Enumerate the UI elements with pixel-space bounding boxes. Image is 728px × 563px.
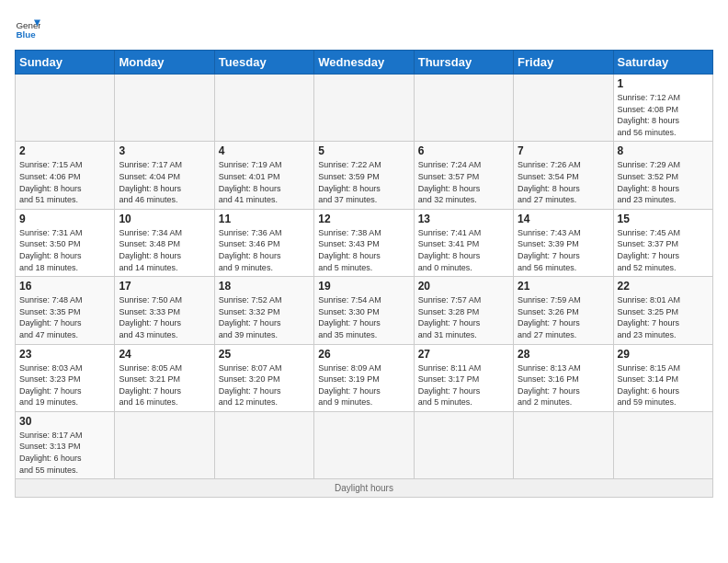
- day-info: Sunrise: 7:36 AMSunset: 3:46 PMDaylight:…: [219, 227, 310, 273]
- col-header-saturday: Saturday: [613, 51, 712, 75]
- day-number: 15: [618, 213, 709, 225]
- day-info: Sunrise: 7:54 AMSunset: 3:30 PMDaylight:…: [318, 294, 409, 340]
- calendar-cell: [16, 75, 115, 142]
- day-info: Sunrise: 7:29 AMSunset: 3:52 PMDaylight:…: [618, 159, 709, 205]
- day-number: 10: [119, 213, 210, 225]
- day-number: 7: [518, 144, 609, 157]
- calendar-cell: 13Sunrise: 7:41 AMSunset: 3:41 PMDayligh…: [414, 209, 513, 276]
- day-info: Sunrise: 8:17 AMSunset: 3:13 PMDaylight:…: [19, 430, 110, 476]
- calendar-cell: [214, 411, 313, 478]
- day-number: 8: [618, 144, 709, 157]
- day-info: Sunrise: 8:05 AMSunset: 3:21 PMDaylight:…: [119, 362, 210, 408]
- day-number: 16: [19, 280, 110, 293]
- day-number: 4: [219, 144, 310, 157]
- day-number: 2: [19, 144, 110, 157]
- day-number: 5: [318, 144, 409, 157]
- day-number: 22: [618, 280, 709, 293]
- calendar-week-row: 1Sunrise: 7:12 AMSunset: 4:08 PMDaylight…: [16, 75, 713, 142]
- calendar-cell: 17Sunrise: 7:50 AMSunset: 3:33 PMDayligh…: [115, 277, 214, 344]
- day-number: 19: [318, 280, 409, 293]
- day-number: 26: [318, 348, 409, 361]
- calendar-cell: 5Sunrise: 7:22 AMSunset: 3:59 PMDaylight…: [314, 142, 414, 209]
- day-number: 28: [518, 348, 609, 361]
- day-number: 13: [418, 213, 509, 225]
- calendar-cell: [414, 75, 513, 142]
- day-info: Sunrise: 7:12 AMSunset: 4:08 PMDaylight:…: [618, 92, 709, 138]
- calendar-cell: [613, 411, 712, 478]
- day-number: 1: [618, 77, 709, 90]
- calendar-cell: [314, 75, 414, 142]
- calendar-cell: [214, 75, 313, 142]
- day-number: 11: [219, 213, 310, 225]
- calendar-cell: 9Sunrise: 7:31 AMSunset: 3:50 PMDaylight…: [16, 209, 115, 276]
- day-number: 9: [19, 213, 110, 225]
- calendar-cell: 25Sunrise: 8:07 AMSunset: 3:20 PMDayligh…: [214, 344, 313, 411]
- calendar-week-row: 16Sunrise: 7:48 AMSunset: 3:35 PMDayligh…: [16, 277, 713, 344]
- day-info: Sunrise: 7:15 AMSunset: 4:06 PMDaylight:…: [19, 159, 110, 205]
- calendar-cell: 1Sunrise: 7:12 AMSunset: 4:08 PMDaylight…: [613, 75, 712, 142]
- calendar-cell: 24Sunrise: 8:05 AMSunset: 3:21 PMDayligh…: [115, 344, 214, 411]
- calendar-cell: 27Sunrise: 8:11 AMSunset: 3:17 PMDayligh…: [414, 344, 513, 411]
- calendar-cell: [414, 411, 513, 478]
- calendar-cell: 19Sunrise: 7:54 AMSunset: 3:30 PMDayligh…: [314, 277, 414, 344]
- calendar-cell: 30Sunrise: 8:17 AMSunset: 3:13 PMDayligh…: [16, 411, 115, 478]
- calendar-cell: 6Sunrise: 7:24 AMSunset: 3:57 PMDaylight…: [414, 142, 513, 209]
- day-info: Sunrise: 7:38 AMSunset: 3:43 PMDaylight:…: [318, 227, 409, 273]
- day-number: 6: [418, 144, 509, 157]
- day-info: Sunrise: 7:59 AMSunset: 3:26 PMDaylight:…: [518, 294, 609, 340]
- day-number: 3: [119, 144, 210, 157]
- header: General Blue: [15, 15, 713, 40]
- day-info: Sunrise: 7:52 AMSunset: 3:32 PMDaylight:…: [219, 294, 310, 340]
- calendar-cell: [314, 411, 414, 478]
- day-info: Sunrise: 7:24 AMSunset: 3:57 PMDaylight:…: [418, 159, 509, 205]
- calendar-cell: 20Sunrise: 7:57 AMSunset: 3:28 PMDayligh…: [414, 277, 513, 344]
- col-header-friday: Friday: [514, 51, 613, 75]
- day-info: Sunrise: 7:17 AMSunset: 4:04 PMDaylight:…: [119, 159, 210, 205]
- calendar-cell: 2Sunrise: 7:15 AMSunset: 4:06 PMDaylight…: [16, 142, 115, 209]
- day-info: Sunrise: 8:09 AMSunset: 3:19 PMDaylight:…: [318, 362, 409, 408]
- col-header-monday: Monday: [115, 51, 214, 75]
- logo-icon: General Blue: [15, 15, 40, 40]
- calendar-cell: 29Sunrise: 8:15 AMSunset: 3:14 PMDayligh…: [613, 344, 712, 411]
- day-info: Sunrise: 7:26 AMSunset: 3:54 PMDaylight:…: [518, 159, 609, 205]
- calendar-cell: 28Sunrise: 8:13 AMSunset: 3:16 PMDayligh…: [514, 344, 613, 411]
- day-info: Sunrise: 7:48 AMSunset: 3:35 PMDaylight:…: [19, 294, 110, 340]
- day-number: 21: [518, 280, 609, 293]
- calendar-week-row: 30Sunrise: 8:17 AMSunset: 3:13 PMDayligh…: [16, 411, 713, 478]
- col-header-wednesday: Wednesday: [314, 51, 414, 75]
- day-info: Sunrise: 7:41 AMSunset: 3:41 PMDaylight:…: [418, 227, 509, 273]
- page: General Blue SundayMondayTuesdayWednesda…: [0, 0, 728, 505]
- day-number: 20: [418, 280, 509, 293]
- calendar-cell: [115, 75, 214, 142]
- day-number: 18: [219, 280, 310, 293]
- day-number: 25: [219, 348, 310, 361]
- calendar-week-row: 9Sunrise: 7:31 AMSunset: 3:50 PMDaylight…: [16, 209, 713, 276]
- day-info: Sunrise: 7:19 AMSunset: 4:01 PMDaylight:…: [219, 159, 310, 205]
- day-info: Sunrise: 7:31 AMSunset: 3:50 PMDaylight:…: [19, 227, 110, 273]
- calendar-cell: [115, 411, 214, 478]
- calendar-cell: 22Sunrise: 8:01 AMSunset: 3:25 PMDayligh…: [613, 277, 712, 344]
- day-number: 29: [618, 348, 709, 361]
- day-info: Sunrise: 8:01 AMSunset: 3:25 PMDaylight:…: [618, 294, 709, 340]
- calendar-cell: 7Sunrise: 7:26 AMSunset: 3:54 PMDaylight…: [514, 142, 613, 209]
- col-header-thursday: Thursday: [414, 51, 513, 75]
- day-info: Sunrise: 7:43 AMSunset: 3:39 PMDaylight:…: [518, 227, 609, 273]
- day-number: 17: [119, 280, 210, 293]
- calendar-week-row: 2Sunrise: 7:15 AMSunset: 4:06 PMDaylight…: [16, 142, 713, 209]
- day-info: Sunrise: 8:07 AMSunset: 3:20 PMDaylight:…: [219, 362, 310, 408]
- day-number: 14: [518, 213, 609, 225]
- calendar-header-row: SundayMondayTuesdayWednesdayThursdayFrid…: [16, 51, 713, 75]
- calendar-cell: 16Sunrise: 7:48 AMSunset: 3:35 PMDayligh…: [16, 277, 115, 344]
- calendar-footer-row: Daylight hours: [16, 479, 713, 498]
- footer-cell: Daylight hours: [16, 479, 713, 498]
- calendar-cell: 12Sunrise: 7:38 AMSunset: 3:43 PMDayligh…: [314, 209, 414, 276]
- calendar-cell: 4Sunrise: 7:19 AMSunset: 4:01 PMDaylight…: [214, 142, 313, 209]
- calendar-table: SundayMondayTuesdayWednesdayThursdayFrid…: [15, 50, 713, 498]
- calendar-week-row: 23Sunrise: 8:03 AMSunset: 3:23 PMDayligh…: [16, 344, 713, 411]
- day-number: 27: [418, 348, 509, 361]
- calendar-cell: 18Sunrise: 7:52 AMSunset: 3:32 PMDayligh…: [214, 277, 313, 344]
- svg-text:Blue: Blue: [16, 29, 36, 40]
- day-info: Sunrise: 7:57 AMSunset: 3:28 PMDaylight:…: [418, 294, 509, 340]
- day-info: Sunrise: 8:15 AMSunset: 3:14 PMDaylight:…: [618, 362, 709, 408]
- col-header-tuesday: Tuesday: [214, 51, 313, 75]
